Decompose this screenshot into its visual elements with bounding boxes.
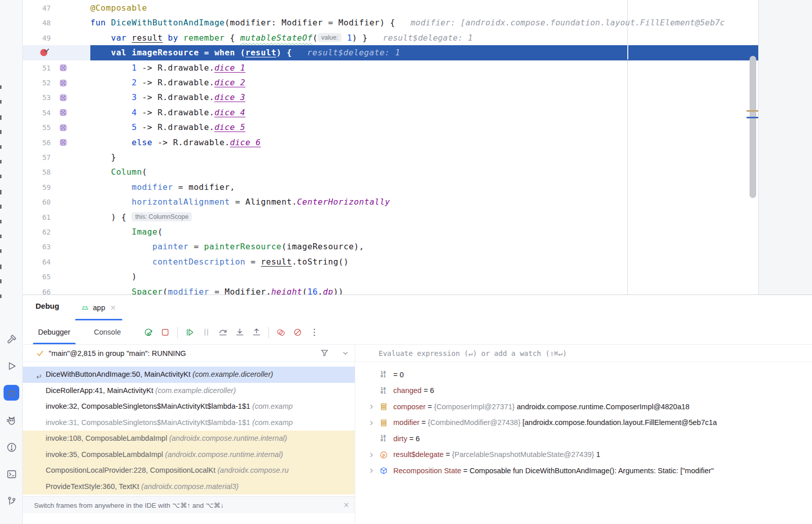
thread-selector[interactable]: "main"@2,815 in group "main": RUNNING <box>23 345 355 362</box>
mute-breakpoints-button[interactable] <box>292 326 303 338</box>
code-line[interactable]: 63 painter = painterResource(imageResour… <box>23 239 758 254</box>
variable-row[interactable]: Recomposition State = Composable fun Dic… <box>356 463 812 479</box>
mute-breakpoints-icon <box>292 327 303 338</box>
editor-scrollbar[interactable] <box>750 56 756 198</box>
tab-console[interactable]: Console <box>94 320 121 344</box>
code-token: DiceWithButtonAndImage <box>111 18 225 27</box>
variable-value: = <box>420 418 428 427</box>
stack-frame-row[interactable]: invoke:32, ComposableSingletons$MainActi… <box>23 399 355 415</box>
build-icon <box>6 334 17 345</box>
frame-title: invoke:35, ComposableLambdaImpl <box>46 450 165 458</box>
stripe-logcat-button[interactable] <box>4 412 19 428</box>
stripe-problems-button[interactable] <box>4 439 19 455</box>
clipped-edge-artifact <box>0 220 2 224</box>
drawable-preview-dice-icon[interactable] <box>59 108 67 117</box>
code-line[interactable]: 54 4 -> R.drawable.dice_4 <box>23 105 758 120</box>
code-line[interactable]: 57 } <box>23 150 758 165</box>
drawable-preview-dice-icon[interactable] <box>59 63 67 72</box>
code-token: 1 <box>131 63 137 73</box>
code-line[interactable]: 58 Column( <box>23 165 758 180</box>
variable-row[interactable]: 1001= 0 <box>356 367 812 383</box>
variable-value: = <box>461 467 470 475</box>
expand-chevron-icon[interactable] <box>368 403 375 412</box>
code-line[interactable]: 52 2 -> R.drawable.dice_2 <box>23 75 758 90</box>
stack-frame-row[interactable]: invoke:31, ComposableSingletons$MainActi… <box>23 415 355 431</box>
drawable-preview-dice-icon[interactable] <box>59 123 67 132</box>
session-tab-app[interactable]: app <box>74 295 124 320</box>
code-line[interactable]: 65 ) <box>23 269 758 284</box>
frame-package: (androidx.compose.runtime.internal) <box>169 434 287 442</box>
stripe-version-control-button[interactable] <box>4 493 19 509</box>
step-out-button[interactable] <box>251 326 262 338</box>
filter-icon[interactable] <box>320 348 329 358</box>
variable-row[interactable]: presult$delegate = {ParcelableSnapshotMu… <box>356 447 812 463</box>
code-line[interactable]: 56 else -> R.drawable.dice_6 <box>23 135 758 150</box>
stripe-terminal-button[interactable] <box>4 466 19 482</box>
expand-chevron-icon[interactable] <box>368 451 375 460</box>
code-line[interactable]: 66 Spacer(modifier = Modifier.height(16.… <box>23 284 758 294</box>
code-token: painter <box>152 242 188 251</box>
drawable-preview-dice-icon[interactable] <box>59 79 67 87</box>
variable-row[interactable]: 1001changed = 6 <box>356 383 812 399</box>
clipped-edge-artifact <box>0 160 2 163</box>
code-line[interactable]: 47@Composable <box>23 1 758 16</box>
thread-status: "main"@2,815 in group "main": RUNNING <box>49 349 186 357</box>
clipped-edge-artifact <box>0 235 2 238</box>
tab-debugger[interactable]: Debugger <box>38 320 71 344</box>
stack-frame-row[interactable]: ProvideTextStyle:360, TextKt (androidx.c… <box>23 479 355 495</box>
stripe-run-button[interactable] <box>4 358 19 374</box>
code-line[interactable]: 61 ) { this: ColumnScope <box>23 210 758 225</box>
code-line[interactable]: 64 contentDescription = result.toString(… <box>23 254 758 270</box>
pause-button[interactable] <box>200 326 212 338</box>
variable-row[interactable]: modifier = {CombinedModifier@27438} [and… <box>356 415 812 431</box>
expand-chevron-icon[interactable] <box>368 467 375 476</box>
chevron-down-icon[interactable] <box>342 349 349 357</box>
rerun-button[interactable] <box>143 326 154 338</box>
stripe-build-button[interactable] <box>4 331 19 347</box>
code-line[interactable]: 59 modifier = modifier, <box>23 180 758 195</box>
expand-chevron-icon[interactable] <box>368 419 375 428</box>
stop-button[interactable] <box>159 326 171 338</box>
drawable-preview-dice-icon[interactable] <box>59 138 67 147</box>
primitive-icon: 1001 <box>379 434 388 443</box>
breakpoint-icon[interactable] <box>40 47 50 60</box>
line-number: 62 <box>23 224 56 240</box>
code-line[interactable]: 49 var result by remember { mutableState… <box>23 30 758 46</box>
stack-frame-row[interactable]: invoke:108, ComposableLambdaImpl (androi… <box>23 431 355 447</box>
frame-title: invoke:31, ComposableSingletons$MainActi… <box>46 418 252 427</box>
code-line[interactable]: 62 Image( <box>23 224 758 240</box>
code-line[interactable]: 55 5 -> R.drawable.dice_5 <box>23 120 758 135</box>
step-over-icon <box>218 327 228 338</box>
code-line[interactable]: 53 3 -> R.drawable.dice_3 <box>23 90 758 105</box>
stack-frame-row[interactable]: DiceRollerApp:41, MainActivityKt (com.ex… <box>23 383 355 399</box>
view-breakpoints-button[interactable] <box>275 326 287 338</box>
code-line[interactable]: val imageResource = when (result) { resu… <box>23 45 758 60</box>
stack-frame-row[interactable]: DiceWithButtonAndImage:50, MainActivityK… <box>23 367 355 383</box>
drawable-preview-dice-icon[interactable] <box>59 93 67 102</box>
resume-button[interactable] <box>184 326 195 338</box>
variable-row[interactable]: composer = {ComposerImpl@27371} androidx… <box>356 399 812 415</box>
code-token: -> R.drawable. <box>137 63 215 73</box>
step-over-button[interactable] <box>217 326 229 338</box>
code-line[interactable]: 48fun DiceWithButtonAndImage(modifier: M… <box>23 15 758 30</box>
stack-frame-row[interactable]: CompositionLocalProvider:228, Compositio… <box>23 463 355 479</box>
code-token: ( <box>142 167 147 177</box>
variable-row[interactable]: 1001dirty = 6 <box>356 431 812 447</box>
code-line[interactable]: 60 horizontalAlignment = Alignment.Cente… <box>23 194 758 210</box>
stack-frame-row[interactable]: invoke:35, ComposableLambdaImpl (android… <box>23 447 355 463</box>
code-editor[interactable]: 47@Composable48fun DiceWithButtonAndImag… <box>23 0 758 294</box>
code-token <box>90 227 131 237</box>
code-token: 2 <box>131 78 137 87</box>
close-icon[interactable] <box>110 304 117 311</box>
more-button[interactable] <box>309 326 320 338</box>
stripe-debug-button[interactable] <box>4 385 19 401</box>
code-token: = <box>246 257 261 267</box>
code-line[interactable]: 51 1 -> R.drawable.dice_1 <box>23 60 758 76</box>
evaluate-expression-field[interactable]: Evaluate expression (↵) or add a watch (… <box>356 345 812 362</box>
code-token: horizontalAlignment <box>131 197 229 207</box>
code-token: by <box>168 33 178 43</box>
step-into-button[interactable] <box>234 326 246 338</box>
clipped-edge-artifact <box>0 145 2 149</box>
close-icon[interactable] <box>343 501 350 509</box>
inlay-hint-chip: this: ColumnScope <box>131 212 192 221</box>
